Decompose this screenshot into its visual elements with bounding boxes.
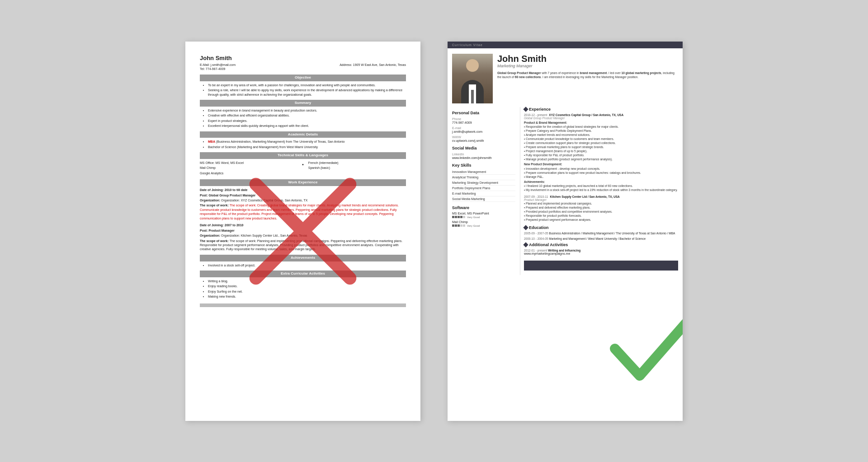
list-item: • Prepare communication plans to support… bbox=[524, 171, 678, 175]
person-tie bbox=[471, 90, 474, 103]
exp-job1-date-row: 2010-12 - present XYZ Cosmetics Capital … bbox=[524, 113, 678, 117]
bad-resume-name: John Smith bbox=[200, 54, 406, 62]
job1-org: Organization: Organization: XYZ Cosmetic… bbox=[200, 198, 406, 202]
diamond-icon bbox=[523, 107, 528, 112]
bad-achievements-list: Involved in a stock sell-off project. bbox=[200, 263, 406, 267]
good-top-section: John Smith Marketing Manager Global Grou… bbox=[448, 48, 683, 107]
list-item: • Analyze market trends and recommend so… bbox=[524, 133, 678, 137]
bad-achievements-header: Achievements bbox=[200, 255, 406, 261]
exp-job2-company: Kitchen Supply Center Ltd / San Antonio,… bbox=[550, 195, 620, 198]
software-title: Software bbox=[452, 205, 515, 210]
list-item: Enjoy reading books. bbox=[208, 284, 406, 288]
www-value: cv.uptwork.com/j.smith bbox=[452, 139, 515, 142]
summary-bold-3: 10 global marketing projects bbox=[622, 71, 661, 75]
software-bar-1: Very Good bbox=[452, 216, 515, 219]
bad-skills-right: French (intermediate) Spanish (basic) bbox=[308, 161, 406, 171]
software-item-2: Mail Chimp Very Good bbox=[452, 220, 515, 227]
software-name-2: Mail Chimp bbox=[452, 220, 515, 224]
skill-item: Social Media Marketing bbox=[452, 196, 515, 202]
dot-empty bbox=[463, 216, 465, 218]
exp-header-row: Experience bbox=[524, 107, 678, 112]
diamond-edu-icon bbox=[523, 225, 528, 230]
bad-objective-list: To be an expert in my area of work, with… bbox=[200, 83, 406, 97]
dot-empty bbox=[460, 224, 462, 227]
dot bbox=[460, 216, 462, 218]
phone-value: 774-987-4009 bbox=[452, 121, 515, 124]
bad-contact-left: E-Mail: j.smith@mail.com Tel: 774-987-40… bbox=[200, 63, 236, 71]
list-item: Mail Chimp bbox=[200, 166, 297, 170]
skill-item: Marketing Strategy Development bbox=[452, 180, 515, 186]
exp-job1-bullets-1: • Responsible for the creation of global… bbox=[524, 125, 678, 162]
edu-detail-2: Marketing and Management / West Miami Un… bbox=[549, 237, 646, 240]
bad-technical-header: Technical Skills & Languages bbox=[200, 152, 406, 159]
good-summary: Global Group Product Manager with 7 year… bbox=[497, 71, 678, 79]
job2-date: Date of Joining: 2007 to 2010 bbox=[200, 223, 406, 227]
person-head bbox=[466, 59, 479, 72]
bad-skills-left: MS Office: MS Word, MS Excel Mail Chimp … bbox=[200, 161, 297, 176]
list-item: • Project management (teams of up to 5 p… bbox=[524, 149, 678, 153]
list-item: Extensive experience in brand management… bbox=[208, 108, 406, 112]
list-item: • Fully responsible for P&L of product p… bbox=[524, 153, 678, 157]
skill-item: Analytical Thinking bbox=[452, 175, 515, 180]
skill-item: Innovation Management bbox=[452, 169, 515, 175]
list-item: • Innovation development - develop new p… bbox=[524, 167, 678, 171]
list-item: MS Office: MS Word, MS Excel bbox=[200, 161, 297, 165]
skill-item: E-mail Marketing bbox=[452, 191, 515, 196]
exp-job1-role: Global Group Product Manager bbox=[524, 117, 678, 120]
edu-header-row: Education bbox=[524, 225, 678, 230]
personal-data-title: Personal Data bbox=[452, 111, 515, 115]
bad-job-1: Date of Joining: 2010 to till date Post:… bbox=[200, 188, 406, 220]
photo-inner bbox=[452, 54, 493, 103]
summary-bold-1: Global Group Product Manager bbox=[497, 71, 541, 75]
social-media-title: Social Media bbox=[452, 146, 515, 150]
diamond-additional-icon bbox=[523, 242, 528, 247]
bad-skills-row: MS Office: MS Word, MS Excel Mail Chimp … bbox=[200, 161, 406, 176]
good-body-layout: Personal Data Phone 774-987-4009 E-mail … bbox=[448, 107, 683, 275]
list-item: • Prepared and delivered effective marke… bbox=[524, 205, 678, 210]
job1-date: Date of Joining: 2010 to till date bbox=[200, 188, 406, 192]
exp-job1-company: XYZ Cosmetics Capital Group / San Antoni… bbox=[549, 113, 623, 117]
edu-item-2: 2000-10 - 2004-05 Marketing and Manageme… bbox=[524, 237, 678, 240]
bad-academic-list: MBA (Business Administration, Marketing … bbox=[200, 140, 406, 149]
skill-item: Portfolio Deployment Plans bbox=[452, 186, 515, 191]
job1-post: Post: Global Group Product Manager bbox=[200, 193, 406, 197]
job2-scope: The scope of work: The scope of work: Pl… bbox=[200, 239, 406, 252]
dot bbox=[452, 216, 454, 218]
good-left-col: Personal Data Phone 774-987-4009 E-mail … bbox=[448, 107, 520, 275]
list-item: • Prepared product segment performance a… bbox=[524, 218, 678, 222]
list-item: • Responsible for the creation of global… bbox=[524, 125, 678, 129]
software-dots-1 bbox=[452, 216, 465, 218]
exp-job2-date: 2007-09 - 2010-11 bbox=[524, 195, 548, 198]
list-item: • Prepare annual marketing plans to supp… bbox=[524, 145, 678, 149]
additional-date-1: 2012-01 - present bbox=[524, 249, 547, 252]
dot bbox=[458, 224, 460, 227]
bad-objective-header: Objective bbox=[200, 75, 406, 81]
job2-post: Post: Product Manager bbox=[200, 229, 406, 233]
summary-bold-2: brand management bbox=[580, 71, 607, 75]
bad-summary-header: Summary bbox=[200, 100, 406, 107]
good-resume: Curriculum Vitae John Smith Marketing Ma… bbox=[448, 42, 683, 421]
bad-footer-bar bbox=[200, 303, 406, 307]
list-item: • Manage product portfolio (product segm… bbox=[524, 157, 678, 161]
mba-highlight: MBA bbox=[208, 140, 215, 143]
dot bbox=[455, 216, 457, 218]
education-title: Education bbox=[529, 225, 549, 230]
cv-label: Curriculum Vitae bbox=[448, 42, 683, 48]
list-item: Spanish (basic) bbox=[308, 166, 406, 170]
additional-header-row: Additional Activities bbox=[524, 243, 678, 247]
exp-job1-bullets-2: • Innovation development - develop new p… bbox=[524, 167, 678, 179]
linkedin-label: LinkedIn bbox=[452, 153, 515, 156]
edu-item-1: 2005-09 - 2007-05 Business Administratio… bbox=[524, 232, 678, 235]
software-dots-2 bbox=[452, 224, 465, 227]
exp-job-2: 2007-09 - 2010-11 Kitchen Supply Center … bbox=[524, 195, 678, 222]
list-item: • My involvement in a stock sell-off pro… bbox=[524, 188, 678, 192]
exp-job1-subhead-2: New Product Development: bbox=[524, 162, 678, 166]
dot-empty bbox=[463, 224, 465, 227]
good-footer-bar bbox=[524, 261, 678, 271]
job2-org: Organization: Organization: Kitchen Supp… bbox=[200, 233, 406, 238]
list-item: French (intermediate) bbox=[308, 161, 406, 165]
email-label: E-mail bbox=[452, 126, 515, 130]
exp-job2-details: • Planned and implemented promotional ca… bbox=[524, 201, 678, 222]
additional-title: Additional Activities bbox=[529, 243, 568, 247]
list-item: Google Analytics bbox=[200, 171, 297, 175]
